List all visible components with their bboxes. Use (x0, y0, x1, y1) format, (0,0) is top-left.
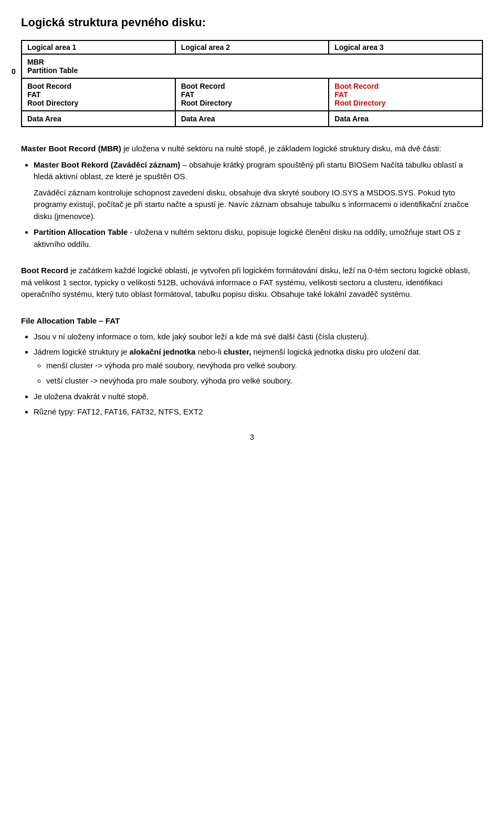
mbr-label2: Partition Table (27, 66, 78, 75)
fat-bullet-2-text: Jádrem logické struktury je (34, 347, 130, 356)
boot-line3-1: Root Directory (27, 99, 78, 107)
mbr-bullet-1-bold: Master Boot Rekord (Zaváděcí záznam) (34, 160, 180, 169)
boot-cell-1: Boot Record FAT Root Directory (22, 78, 175, 111)
boot-line3-3: Root Directory (334, 99, 385, 107)
fat-bullet-3-text: Je uložena dvakrát v nulté stopě. (34, 392, 149, 401)
fat-bullet-3: Je uložena dvakrát v nulté stopě. (34, 391, 483, 403)
diagram-container: 0 Logical area 1 Logical area 2 Logical … (21, 40, 483, 127)
fat-bullet-2-text2: nebo-li (198, 347, 224, 356)
diagram-header-row: Logical area 1 Logical area 2 Logical ar… (22, 40, 482, 54)
fat-bullet-4: Různé typy: FAT12, FAT16, FAT32, NTFS, E… (34, 406, 483, 418)
zero-label: 0 (12, 67, 16, 76)
logical-structure-diagram: Logical area 1 Logical area 2 Logical ar… (21, 40, 483, 127)
boot-record-row: Boot Record FAT Root Directory Boot Reco… (22, 78, 482, 111)
mbr-intro-text: je uložena v nulté sektoru na nulté stop… (123, 144, 441, 153)
boot-line1-1: Boot Record (27, 82, 71, 90)
fat-sub-1: menší cluster -> výhoda pro malé soubory… (46, 360, 483, 372)
mbr-section-title: Master Boot Record (MBR) (21, 144, 121, 153)
boot-record-title: Boot Record (21, 266, 68, 275)
page-title: Logická struktura pevného disku: (21, 16, 483, 29)
boot-cell-3: Boot Record FAT Root Directory (329, 78, 482, 111)
data-cell-3: Data Area (329, 111, 482, 127)
mbr-bullet-2-bold: Partition Allocation Table (34, 227, 128, 236)
mbr-bullet-2: Partition Allocation Table - uložena v n… (34, 226, 483, 250)
boot-line1-3: Boot Record (334, 82, 379, 90)
boot-line3-2: Root Directory (181, 99, 232, 107)
fat-bullet-1-text: Jsou v ní uloženy informace o tom, kde j… (34, 332, 369, 341)
boot-line2-2: FAT (181, 90, 194, 99)
boot-line1-2: Boot Record (181, 82, 225, 90)
mbr-section: Master Boot Record (MBR) je uložena v nu… (21, 143, 483, 250)
data-area-row: Data Area Data Area Data Area (22, 111, 482, 127)
mbr-row: MBR Partition Table (22, 54, 482, 78)
boot-line2-3: FAT (334, 90, 348, 99)
fat-bullet-2: Jádrem logické struktury je alokační jed… (34, 346, 483, 387)
mbr-zavedeci-text: Zaváděcí záznam kontroluje schopnost zav… (34, 187, 483, 223)
page-number: 3 (21, 432, 483, 441)
mbr-bullet-list-2: Partition Allocation Table - uložena v n… (34, 226, 483, 250)
header-area2: Logical area 2 (175, 40, 329, 54)
fat-bullet-1: Jsou v ní uloženy informace o tom, kde j… (34, 331, 483, 343)
boot-line2-1: FAT (27, 90, 40, 99)
boot-record-section: Boot Record je začátkem každé logické ob… (21, 265, 483, 300)
fat-bullet-list: Jsou v ní uloženy informace o tom, kde j… (34, 331, 483, 418)
data-cell-2: Data Area (175, 111, 329, 127)
mbr-cell: MBR Partition Table (22, 54, 482, 78)
fat-bullet-2-bold2: cluster, (224, 347, 251, 356)
fat-title: File Allocation Table – FAT (21, 315, 483, 327)
boot-record-text: Boot Record je začátkem každé logické ob… (21, 265, 483, 300)
boot-cell-2: Boot Record FAT Root Directory (175, 78, 329, 111)
mbr-bullet-list: Master Boot Rekord (Zaváděcí záznam) – o… (34, 159, 483, 183)
fat-sub-list: menší cluster -> výhoda pro malé soubory… (46, 360, 483, 387)
mbr-intro: Master Boot Record (MBR) je uložena v nu… (21, 143, 483, 155)
fat-bullet-2-text3: nejmenší logická jednotka disku pro ulož… (254, 347, 421, 356)
header-area3: Logical area 3 (329, 40, 482, 54)
fat-sub-1-text: menší cluster -> výhoda pro malé soubory… (46, 361, 297, 370)
mbr-label1: MBR (27, 58, 44, 66)
fat-section-title: File Allocation Table – FAT (21, 316, 120, 325)
fat-sub-2-text: vetší cluster -> nevýhoda pro male soubo… (46, 376, 292, 385)
fat-sub-2: vetší cluster -> nevýhoda pro male soubo… (46, 375, 483, 387)
fat-bullet-4-text: Různé typy: FAT12, FAT16, FAT32, NTFS, E… (34, 407, 203, 416)
mbr-bullet-1: Master Boot Rekord (Zaváděcí záznam) – o… (34, 159, 483, 183)
data-cell-1: Data Area (22, 111, 175, 127)
fat-section: File Allocation Table – FAT Jsou v ní ul… (21, 315, 483, 418)
header-area1: Logical area 1 (22, 40, 175, 54)
boot-record-body: je začátkem každé logické oblasti, je vy… (21, 266, 470, 298)
fat-bullet-2-bold1: alokační jednotka (130, 347, 196, 356)
